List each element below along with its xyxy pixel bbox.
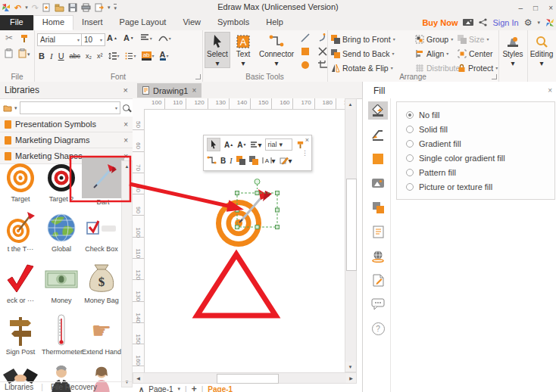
- export-button[interactable]: [95, 3, 104, 12]
- mini-decrease-font-button[interactable]: A▼: [237, 141, 246, 149]
- bold-button[interactable]: B: [39, 51, 45, 61]
- scroll-left-icon[interactable]: ◀: [133, 373, 143, 383]
- export-dropdown-icon[interactable]: ▾: [108, 5, 111, 11]
- fill-option-no-fill[interactable]: No fill: [406, 110, 440, 120]
- fill-option-single-color-gradient[interactable]: Single color gradient fill: [406, 153, 505, 163]
- text-arc-button[interactable]: ▾: [158, 35, 171, 42]
- picture-tab-button[interactable]: [368, 174, 388, 192]
- close-icon[interactable]: ×: [192, 86, 196, 95]
- mini-align-button[interactable]: ▾: [250, 141, 261, 149]
- symbol-check-box[interactable]: Check Box: [82, 210, 121, 253]
- section-marketing-diagrams[interactable]: Marketing Diagrams ×: [0, 132, 133, 148]
- buy-now-link[interactable]: Buy Now: [422, 18, 458, 27]
- chevron-down-icon[interactable]: ▾: [178, 386, 181, 392]
- text-tool-button[interactable]: A Text ▾: [231, 32, 255, 67]
- send-to-back-button[interactable]: Send to Back▾: [331, 46, 395, 61]
- symbol-money[interactable]: Money: [42, 262, 81, 304]
- line-spacing-button[interactable]: ▾: [108, 52, 120, 60]
- close-button[interactable]: ×: [548, 4, 553, 12]
- tab-help[interactable]: Help: [258, 15, 292, 30]
- maximize-button[interactable]: □: [533, 4, 538, 12]
- fill-option-pattern[interactable]: Pattern fill: [406, 167, 456, 178]
- settings-dropdown-icon[interactable]: ▾: [537, 20, 540, 26]
- help-tab-button[interactable]: ?: [368, 319, 388, 338]
- minimize-button[interactable]: –: [519, 4, 523, 12]
- close-icon[interactable]: ×: [123, 136, 128, 145]
- radio-icon[interactable]: [406, 154, 414, 162]
- text-highlight-button[interactable]: ab▾: [142, 51, 155, 61]
- tab-page-layout[interactable]: Page Layout: [111, 15, 175, 30]
- horizontal-scrollbar[interactable]: ◀ ▶: [133, 372, 357, 384]
- tab-symbols[interactable]: Symbols: [209, 15, 258, 30]
- customize-toolbar-icon[interactable]: ▾: [114, 4, 117, 11]
- fill-tab-button[interactable]: [368, 101, 388, 120]
- strikethrough-button[interactable]: abc: [70, 52, 81, 60]
- symbol-sign-post[interactable]: Sign Post: [1, 313, 40, 356]
- format-painter-icon[interactable]: [20, 34, 29, 43]
- mini-connector-icon[interactable]: [207, 156, 217, 165]
- comment-tab-button[interactable]: [368, 295, 388, 313]
- symbol-thermometer[interactable]: Thermometer: [42, 313, 81, 356]
- increase-font-button[interactable]: A▲: [107, 33, 117, 42]
- chevron-down-icon[interactable]: ▾: [14, 105, 17, 111]
- arc-tool-icon[interactable]: [318, 33, 327, 42]
- add-page-button[interactable]: +: [192, 384, 197, 392]
- library-scrollbar[interactable]: ▲ ▼: [121, 160, 133, 387]
- gear-icon[interactable]: ⚙: [524, 17, 533, 28]
- superscript-button[interactable]: x²: [97, 52, 103, 60]
- footer-libraries-tab[interactable]: Libraries: [5, 383, 33, 391]
- center-button[interactable]: Center: [458, 46, 498, 61]
- close-icon[interactable]: ×: [305, 136, 309, 144]
- arrange-dialog-launcher-icon[interactable]: [492, 74, 497, 79]
- underline-button[interactable]: U: [58, 51, 64, 61]
- mini-spacing-button[interactable]: A▾: [262, 157, 276, 165]
- mini-bold-button[interactable]: B: [220, 157, 226, 165]
- symbol-global[interactable]: Global: [42, 210, 81, 253]
- radio-icon[interactable]: [406, 111, 414, 119]
- symbol-target-2[interactable]: Target 2: [42, 160, 81, 203]
- hyperlink-tab-button[interactable]: [368, 247, 388, 265]
- font-color-button[interactable]: A▾: [160, 51, 169, 61]
- more-options-icon[interactable]: ⋮: [301, 149, 308, 157]
- mini-bring-to-front-button[interactable]: [236, 156, 245, 165]
- rectangle-tool-icon[interactable]: [301, 47, 310, 56]
- close-icon[interactable]: ×: [123, 120, 128, 129]
- fill-option-gradient[interactable]: Gradient fill: [406, 138, 461, 149]
- paste-icon[interactable]: [5, 48, 13, 58]
- sign-in-link[interactable]: Sign In: [492, 18, 518, 27]
- mini-increase-font-button[interactable]: A▲: [224, 141, 233, 149]
- scroll-right-icon[interactable]: ▶: [346, 373, 356, 383]
- paste-dropdown-icon[interactable]: ▾: [27, 51, 30, 58]
- mini-send-to-back-button[interactable]: [249, 156, 258, 165]
- pinwheel-logo-icon[interactable]: [545, 18, 554, 27]
- radio-icon[interactable]: [406, 140, 414, 148]
- radio-icon[interactable]: [406, 183, 414, 191]
- editing-button[interactable]: Editing ▾: [529, 33, 554, 67]
- fill-option-solid[interactable]: Solid fill: [406, 124, 448, 135]
- quick-color-button[interactable]: [368, 150, 388, 168]
- symbol-check-or[interactable]: eck or ···: [1, 262, 40, 304]
- decrease-font-button[interactable]: A▼: [123, 33, 134, 42]
- cut-icon[interactable]: ✂: [5, 33, 13, 43]
- save-button[interactable]: [68, 3, 77, 12]
- open-folder-button[interactable]: [55, 4, 64, 12]
- font-size-select[interactable]: 10 ▾: [81, 33, 105, 46]
- vertical-scrollbar[interactable]: ▲ ▼: [345, 98, 357, 372]
- search-input[interactable]: ▾: [20, 101, 120, 114]
- font-family-select[interactable]: Arial ▾: [37, 33, 83, 46]
- paste-special-icon[interactable]: [18, 48, 27, 58]
- mini-italic-button[interactable]: I: [230, 157, 232, 165]
- ellipse-tool-icon[interactable]: [301, 61, 310, 70]
- note-tab-button[interactable]: [368, 222, 388, 241]
- close-icon[interactable]: ×: [548, 86, 552, 95]
- radio-icon[interactable]: [406, 169, 414, 176]
- page-nav-label[interactable]: Page-1: [148, 385, 173, 392]
- line-tool-icon[interactable]: [301, 33, 310, 42]
- scroll-down-icon[interactable]: ▼: [345, 362, 355, 372]
- tab-home[interactable]: Home: [33, 15, 73, 30]
- symbol-hit-the-target[interactable]: t the T···: [1, 210, 40, 253]
- close-icon[interactable]: ×: [123, 86, 128, 95]
- undo-dropdown-icon[interactable]: ▾: [25, 5, 28, 11]
- redo-button[interactable]: ↷: [32, 2, 39, 13]
- symbol-dart[interactable]: Dart: [82, 160, 124, 206]
